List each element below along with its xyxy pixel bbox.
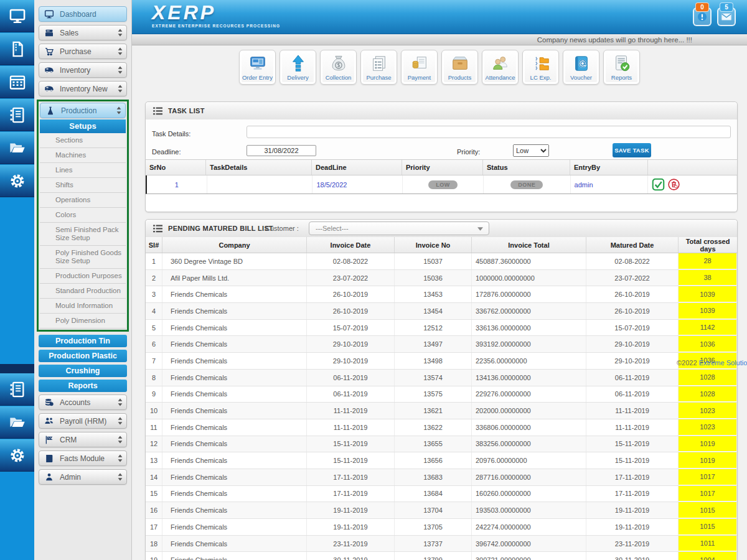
priority-badge: LOW — [428, 180, 458, 189]
rail-tile-calendar-icon[interactable] — [0, 66, 34, 98]
submenu-item-mould-information[interactable]: Mould Information — [40, 299, 126, 314]
sidebar-section-reports[interactable]: Reports — [39, 380, 127, 392]
bill-row: 6Friends Chemicals29-10-201913497393192.… — [146, 336, 737, 353]
bill-invoice-no: 13799 — [395, 552, 472, 560]
bill-invoice-total: 287716.00000000 — [472, 469, 586, 485]
save-task-button[interactable]: SAVE TASK — [613, 143, 651, 157]
deadline-input[interactable] — [247, 145, 316, 156]
setups-submenu: SectionsMachinesLinesShiftsOperationsCol… — [40, 133, 126, 329]
submenu-item-lines[interactable]: Lines — [40, 163, 126, 178]
van-icon — [44, 84, 54, 94]
bill-invoice-no: 13498 — [395, 353, 472, 369]
sidebar-item-sales[interactable]: Sales — [39, 25, 127, 40]
submenu-item-semi-finished-pack-size-setup[interactable]: Semi Finished Pack Size Setup — [40, 223, 126, 246]
sidebar-setups-header[interactable]: Setups — [40, 119, 126, 133]
customer-select[interactable]: ---Select--- — [309, 222, 489, 235]
toolbar-products-button[interactable]: Products — [441, 50, 478, 85]
bill-crossed-days: 38 — [679, 270, 737, 286]
company-link[interactable]: Extreme Solutions. — [699, 359, 747, 366]
sidebar-item-inventory[interactable]: Inventory — [39, 62, 127, 78]
bill-matured-date: 17-11-2019 — [586, 469, 679, 485]
sidebar-section-production-tin[interactable]: Production Tin — [39, 335, 127, 347]
submenu-item-poly-dimension[interactable]: Poly Dimension — [40, 314, 126, 329]
bill-invoice-total: 336806.00000000 — [472, 419, 586, 436]
sidebar-item-crm[interactable]: CRM — [39, 432, 127, 447]
bill-row: 14Friends Chemicals17-11-201913683287716… — [146, 469, 737, 486]
toolbar-attendance-button[interactable]: Attendance — [482, 50, 519, 85]
sidebar-item-purchase[interactable]: Purchase — [39, 44, 127, 59]
toolbar-button-label: LC Exp. — [530, 74, 552, 81]
sidebar-item-production[interactable]: Production — [40, 103, 126, 118]
submenu-item-machines[interactable]: Machines — [40, 148, 126, 163]
sidebar-item-admin[interactable]: Admin — [39, 469, 127, 485]
toolbar-purchase-button[interactable]: Purchase — [360, 50, 397, 85]
sidebar-item-inventory-new[interactable]: Inventory New — [39, 81, 127, 96]
pending-bills-header: PENDING MATURED BILL LIST Customer : ---… — [146, 220, 737, 238]
rail-tile-archive-icon[interactable] — [0, 33, 34, 65]
rail-tile-notebook-icon[interactable] — [0, 99, 34, 131]
sidebar-item-dashboard[interactable]: Dashboard — [39, 6, 127, 22]
toolbar-voucher-button[interactable]: Voucher — [563, 50, 599, 85]
toolbar-payment-button[interactable]: Payment — [401, 50, 438, 85]
rail-tile-gear-icon[interactable] — [0, 439, 34, 472]
delete-task-icon[interactable] — [667, 178, 680, 191]
submenu-item-colors[interactable]: Colors — [40, 208, 126, 223]
alerts-button[interactable]: 0 — [693, 7, 712, 26]
toolbar-collection-button[interactable]: Collection — [320, 50, 357, 85]
bill-company: Friends Chemicals — [162, 353, 307, 369]
task-details-label: Task Details: — [152, 130, 190, 138]
bill-crossed-days: 1028 — [679, 386, 737, 403]
task-table-header: SrNoTaskDetailsDeadLinePriorityStatusEnt… — [146, 159, 737, 175]
submenu-item-production-purposes[interactable]: Production Purposes — [40, 269, 126, 284]
rail-tile-monitor-icon[interactable] — [0, 0, 34, 32]
flask-icon — [45, 106, 55, 116]
sidebar-item-label: Admin — [60, 473, 118, 482]
bill-slno: 5 — [146, 320, 162, 336]
bill-matured-date: 23-11-2019 — [586, 536, 679, 552]
bills-col-header: Sl# — [146, 237, 162, 253]
bill-company: Friends Chemicals — [162, 469, 307, 485]
bill-invoice-no: 13737 — [395, 536, 472, 552]
customer-label: Customer : — [265, 225, 299, 232]
rail-tile-folder-icon[interactable] — [0, 406, 34, 439]
toolbar-reports-button[interactable]: Reports — [603, 50, 640, 85]
toolbar-order-entry-button[interactable]: Order Entry — [239, 50, 276, 85]
rail-tile-folder-icon[interactable] — [0, 132, 34, 164]
bill-slno: 18 — [146, 536, 162, 552]
bill-invoice-total: 450887.36000000 — [472, 253, 586, 269]
task-table: SrNoTaskDetailsDeadLinePriorityStatusEnt… — [146, 159, 737, 194]
task-col-header: Status — [483, 160, 570, 175]
sidebar-item-accounts[interactable]: Accounts — [39, 394, 127, 410]
submenu-item-shifts[interactable]: Shifts — [40, 178, 126, 193]
sidebar-item-payroll-hrm[interactable]: Payroll (HRM) — [39, 413, 127, 429]
sidebar-item-facts-module[interactable]: Facts Module — [39, 450, 127, 466]
bill-invoice-date: 17-11-2019 — [307, 486, 395, 502]
sidebar-section-production-plastic[interactable]: Production Plastic — [39, 350, 127, 362]
bill-matured-date: 17-11-2019 — [586, 486, 679, 502]
copyright: ©2022 Extreme Solutions. — [677, 359, 747, 366]
submenu-item-standard-production[interactable]: Standard Production — [40, 284, 126, 299]
priority-select[interactable]: Low — [513, 144, 549, 157]
alert-icon — [696, 11, 708, 23]
task-list-header: TASK LIST — [146, 102, 737, 120]
submenu-item-sections[interactable]: Sections — [40, 133, 126, 148]
rail-tile-gear-icon[interactable] — [0, 165, 34, 197]
submenu-item-operations[interactable]: Operations — [40, 193, 126, 208]
bill-row: 18Friends Chemicals23-11-201913737396742… — [146, 536, 737, 553]
bill-invoice-no: 13656 — [395, 452, 472, 469]
messages-button[interactable]: 5 — [717, 7, 736, 26]
submenu-item-poly-finished-goods-size-setup[interactable]: Poly Finished Goods Size Setup — [40, 246, 126, 269]
rail-tile-notebook-icon[interactable] — [0, 373, 34, 406]
app-logo[interactable]: XERP EXTREME ENTERPRISE RECOURCES PROCES… — [152, 2, 280, 28]
task-details-input[interactable] — [247, 126, 731, 138]
bill-invoice-no: 15036 — [395, 270, 472, 286]
toolbar-delivery-button[interactable]: Delivery — [280, 50, 316, 85]
sidebar-section-crushing[interactable]: Crushing — [39, 365, 127, 377]
complete-task-icon[interactable] — [652, 178, 665, 191]
sidebar-section-buttons: Production TinProduction PlasticCrushing… — [34, 335, 131, 392]
bill-slno: 4 — [146, 303, 162, 319]
bill-invoice-date: 02-08-2022 — [307, 253, 395, 269]
updown-arrows-icon — [118, 473, 123, 481]
toolbar-lc-exp-button[interactable]: LC Exp. — [522, 50, 559, 85]
person-icon — [44, 472, 54, 482]
